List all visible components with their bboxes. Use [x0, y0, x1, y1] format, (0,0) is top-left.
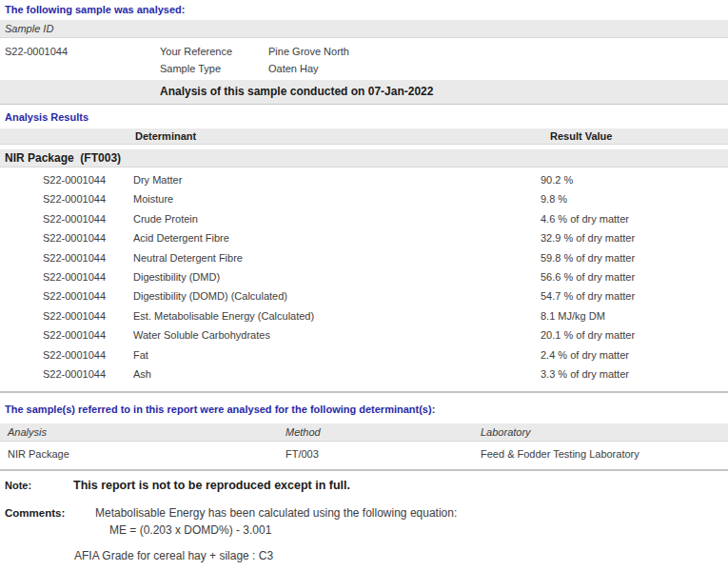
row-result-value: 90.2 %: [541, 170, 728, 189]
row-sample-id: S22-0001044: [0, 306, 133, 325]
row-sample-id: S22-0001044: [0, 189, 133, 208]
your-reference-label: Your Reference: [160, 43, 268, 60]
results-table-header: Determinant Result Value: [0, 128, 728, 145]
row-determinant: Ash: [133, 364, 541, 384]
row-sample-id: S22-0001044: [0, 228, 133, 247]
row-determinant: Neutral Detergent Fibre: [133, 248, 541, 267]
results-table-body: S22-0001044 Dry Matter 90.2 % S22-000104…: [0, 170, 728, 384]
row-sample-id: S22-0001044: [0, 286, 133, 305]
determinants-table-body: NIR Package FT/003 Feed & Fodder Testing…: [0, 443, 728, 465]
analysis-results-section-title: Analysis Results: [5, 111, 728, 123]
result-value-column-header: Result Value: [550, 128, 612, 144]
table-row: S22-0001044 Dry Matter 90.2 %: [0, 170, 728, 189]
row-result-value: 9.8 %: [541, 189, 728, 208]
method-column-header: Method: [285, 423, 481, 441]
afia-grade-line: AFIA Grade for cereal hay + silage : C3: [74, 549, 728, 562]
row-sample-id: S22-0001044: [0, 209, 133, 228]
sample-id-column-header: Sample ID: [0, 20, 728, 38]
table-row: S22-0001044 Ash 3.3 % of dry matter: [0, 364, 728, 384]
table-row: S22-0001044 Moisture 9.8 %: [0, 189, 728, 208]
row-result-value: 20.1 % of dry matter: [541, 325, 728, 345]
row-result-value: 56.6 % of dry matter: [541, 267, 728, 286]
comments-line-1: Metabolisable Energy has been calculated…: [95, 506, 457, 520]
row-sample-id: S22-0001044: [0, 364, 133, 384]
determinant-column-header: Determinant: [135, 128, 196, 144]
row-result-value: 3.3 % of dry matter: [541, 364, 728, 384]
analysis-conducted-banner: Analysis of this sample conducted on 07-…: [0, 80, 728, 105]
table-row: S22-0001044 Digestibility (DOMD) (Calcul…: [0, 286, 728, 305]
sample-id-spacer: [0, 60, 160, 77]
row-result-value: 54.7 % of dry matter: [541, 286, 728, 305]
note-label: Note:: [0, 480, 73, 491]
row-determinant: Digestibility (DOMD) (Calculated): [133, 286, 541, 305]
table-row: NIR Package FT/003 Feed & Fodder Testing…: [0, 443, 728, 465]
determinants-table-header: Analysis Method Laboratory: [0, 423, 728, 442]
table-row: S22-0001044 Fat 2.4 % of dry matter: [0, 345, 728, 364]
your-reference-value: Pine Grove North: [268, 43, 728, 60]
row-determinant: Crude Protein: [133, 209, 541, 228]
sample-info-block: S22-0001044 Your Reference Pine Grove No…: [0, 43, 728, 77]
sample-type-label: Sample Type: [160, 60, 268, 77]
row-determinant: Dry Matter: [133, 170, 541, 189]
row-result-value: 8.1 MJ/kg DM: [541, 306, 728, 325]
note-block: Note: This report is not to be reproduce…: [0, 479, 728, 492]
analysis-column-header: Analysis: [0, 423, 285, 441]
row-result-value: 2.4 % of dry matter: [541, 345, 728, 364]
row-sample-id: S22-0001044: [0, 170, 133, 189]
sample-info-row-type: Sample Type Oaten Hay: [0, 60, 728, 77]
row-determinant: Acid Detergent Fibre: [133, 228, 541, 247]
row-sample-id: S22-0001044: [0, 248, 133, 267]
sample-id-value: S22-0001044: [0, 43, 160, 60]
horizontal-divider: [0, 391, 728, 393]
comments-label: Comments:: [0, 507, 95, 519]
row-result-value: 59.8 % of dry matter: [541, 248, 728, 267]
row-result-value: 4.6 % of dry matter: [541, 209, 728, 228]
table-row: S22-0001044 Digestibility (DMD) 56.6 % o…: [0, 267, 728, 286]
table-row: S22-0001044 Neutral Detergent Fibre 59.8…: [0, 248, 728, 267]
note-text: This report is not to be reproduced exce…: [73, 479, 350, 492]
nir-package-section-header: NIR Package (FT003): [0, 149, 728, 167]
table-row: S22-0001044 Crude Protein 4.6 % of dry m…: [0, 209, 728, 228]
laboratory-column-header: Laboratory: [481, 423, 728, 441]
row-determinant: Fat: [133, 345, 541, 364]
table-row: S22-0001044 Est. Metabolisable Energy (C…: [0, 306, 728, 325]
report-title: The following sample was analysed:: [5, 4, 728, 15]
lab-report-page: The following sample was analysed: Sampl…: [0, 4, 728, 571]
me-equation: ME = (0.203 x DOMD%) - 3.001: [109, 523, 728, 537]
row-determinant: Est. Metabolisable Energy (Calculated): [133, 306, 541, 325]
comments-block: Comments: Metabolisable Energy has been …: [0, 506, 728, 520]
sample-info-row-reference: S22-0001044 Your Reference Pine Grove No…: [0, 43, 728, 60]
row-sample-id: S22-0001044: [0, 325, 133, 345]
table-row: S22-0001044 Water Soluble Carbohydrates …: [0, 325, 728, 345]
row-sample-id: S22-0001044: [0, 267, 133, 286]
determinants-section-title: The sample(s) referred to in this report…: [5, 404, 728, 415]
sample-type-value: Oaten Hay: [268, 60, 728, 77]
row-result-value: 32.9 % of dry matter: [541, 228, 728, 247]
horizontal-divider: [0, 469, 728, 471]
row-sample-id: S22-0001044: [0, 345, 133, 364]
row-analysis: NIR Package: [0, 443, 285, 465]
row-determinant: Digestibility (DMD): [133, 267, 541, 286]
row-determinant: Water Soluble Carbohydrates: [133, 325, 541, 345]
table-row: S22-0001044 Acid Detergent Fibre 32.9 % …: [0, 228, 728, 247]
row-method: FT/003: [285, 443, 481, 465]
row-laboratory: Feed & Fodder Testing Laboratory: [481, 443, 728, 465]
row-determinant: Moisture: [133, 189, 541, 208]
